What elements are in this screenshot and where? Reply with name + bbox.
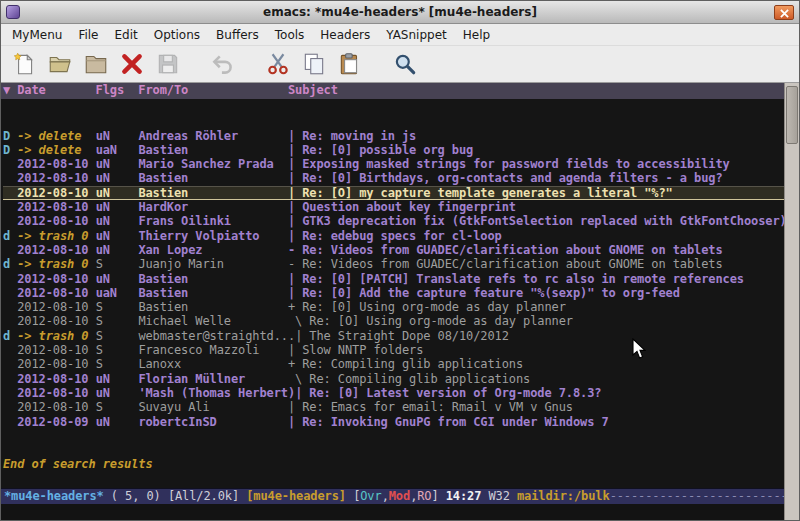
menu-buffers[interactable]: Buffers <box>208 25 267 45</box>
message-flags: S <box>96 400 139 414</box>
message-from: Suvayu Ali <box>138 400 288 414</box>
message-row[interactable]: 2012-08-10 uN Bastien | Re: [O] my captu… <box>3 186 784 200</box>
message-flags: uN <box>96 129 139 143</box>
modeline-segment: Mod <box>389 489 410 503</box>
menu-options[interactable]: Options <box>146 25 208 45</box>
modeline-segment: 14:27 <box>446 489 489 503</box>
undo-icon <box>210 51 236 77</box>
message-date: -> trash 0 <box>17 329 95 343</box>
message-row[interactable]: 2012-08-10 uN 'Mash (Thomas Herbert)| Re… <box>3 386 784 400</box>
message-mark <box>3 171 17 185</box>
menu-yasnippet[interactable]: YASnippet <box>378 25 455 45</box>
message-date: -> trash 0 <box>17 257 95 271</box>
message-subject: - Re: Videos from GUADEC/clarification a… <box>288 257 723 271</box>
message-flags: uN <box>96 272 139 286</box>
message-row[interactable]: d -> trash 0 S Juanjo Marin - Re: Videos… <box>3 257 784 271</box>
message-mark: d <box>3 229 17 243</box>
message-mark <box>3 386 17 400</box>
copy-button[interactable] <box>298 49 330 80</box>
message-subject: | Re: [0] Birthdays, org-contacts and ag… <box>288 171 723 185</box>
headers-buffer: D -> delete uN Andreas Röhler | Re: movi… <box>1 99 784 488</box>
menu-headers[interactable]: Headers <box>312 25 378 45</box>
modeline-segment: ( 5, 0) <box>104 489 168 503</box>
menu-file[interactable]: File <box>70 25 106 45</box>
window-title: emacs: *mu4e-headers* [mu4e-headers] <box>1 5 799 19</box>
cut-button[interactable] <box>262 49 294 80</box>
message-subject: | Re: [0] possible org bug <box>288 143 473 157</box>
message-from: Bastien <box>138 143 288 157</box>
message-flags: S <box>96 300 139 314</box>
message-row[interactable]: 2012-08-10 uN HardKor | Question about k… <box>3 200 784 214</box>
message-row[interactable]: 2012-08-10 uN Florian Müllner \ Re: Comp… <box>3 372 784 386</box>
modeline-segment: RO <box>417 489 431 503</box>
emacs-window: emacs: *mu4e-headers* [mu4e-headers] MyM… <box>0 0 800 521</box>
message-flags: uN <box>96 214 139 228</box>
titlebar[interactable]: emacs: *mu4e-headers* [mu4e-headers] <box>1 1 799 24</box>
message-row[interactable]: 2012-08-10 uN Frans Oilinki | GTK3 depre… <box>3 214 784 228</box>
message-row[interactable]: 2012-08-10 S Lanoxx + Re: Compiling glib… <box>3 357 784 371</box>
menu-help[interactable]: Help <box>455 25 498 45</box>
message-row[interactable]: d -> trash 0 uN Thierry Volpiatto | Re: … <box>3 229 784 243</box>
message-row[interactable]: 2012-08-10 S Michael Welle \ Re: [O] Usi… <box>3 314 784 328</box>
message-row[interactable]: D -> delete uN Andreas Röhler | Re: movi… <box>3 129 784 143</box>
new-file-button[interactable] <box>8 49 40 80</box>
modeline-segment: W32 <box>489 489 518 503</box>
message-row[interactable]: 2012-08-10 uaN Bastien | Re: [0] Add the… <box>3 286 784 300</box>
message-subject: | Question about key fingerprint <box>288 200 516 214</box>
message-date: 2012-08-10 <box>17 157 95 171</box>
message-flags: S <box>96 357 139 371</box>
message-mark <box>3 314 17 328</box>
message-date: 2012-08-09 <box>17 415 95 429</box>
message-row[interactable]: 2012-08-09 uN robertcInSD | Re: Invoking… <box>3 415 784 429</box>
message-subject: | Re: [O] my capture template generates … <box>288 186 673 200</box>
message-from: Florian Müllner <box>138 372 288 386</box>
message-from: Juanjo Marin <box>138 257 288 271</box>
message-row[interactable]: 2012-08-10 uN Xan Lopez - Re: Videos fro… <box>3 243 784 257</box>
message-subject: - Re: Videos from GUADEC/clarification a… <box>288 243 723 257</box>
message-mark <box>3 186 17 200</box>
message-date: 2012-08-10 <box>17 343 95 357</box>
message-from: HardKor <box>138 200 288 214</box>
menu-tools[interactable]: Tools <box>267 25 313 45</box>
message-date: -> delete <box>17 143 95 157</box>
message-mark <box>3 357 17 371</box>
message-row[interactable]: 2012-08-10 uN Mario Sanchez Prada | Expo… <box>3 157 784 171</box>
message-mark: D <box>3 143 17 157</box>
close-button[interactable] <box>774 5 794 20</box>
scrollbar[interactable] <box>784 83 799 520</box>
message-flags: S <box>96 343 139 357</box>
message-row[interactable]: 2012-08-10 uN Bastien | Re: [0] [PATCH] … <box>3 272 784 286</box>
message-date: -> delete <box>17 129 95 143</box>
menu-edit[interactable]: Edit <box>107 25 146 45</box>
menu-bar: MyMenuFileEditOptionsBuffersToolsHeaders… <box>1 24 799 46</box>
modeline-segment: [All/2.0k] <box>168 489 246 503</box>
message-row[interactable]: D -> delete uaN Bastien | Re: [0] possib… <box>3 143 784 157</box>
message-from: Bastien <box>138 272 288 286</box>
message-row[interactable]: 2012-08-10 S Suvayu Ali | Re: Emacs for … <box>3 400 784 414</box>
mode-line: *mu4e-headers* ( 5, 0) [All/2.0k] [mu4e-… <box>1 488 784 504</box>
message-from: robertcInSD <box>138 415 288 429</box>
paste-button[interactable] <box>334 49 366 80</box>
minibuffer[interactable] <box>1 504 784 520</box>
close-buffer-button[interactable] <box>116 49 148 80</box>
message-row[interactable]: 2012-08-10 S Bastien + Re: [0] Using org… <box>3 300 784 314</box>
message-subject: | Re: [0] [PATCH] Translate refs to rc a… <box>288 272 744 286</box>
open-file-button[interactable] <box>44 49 76 80</box>
scrollbar-thumb[interactable] <box>786 86 798 144</box>
message-row[interactable]: 2012-08-10 uN Bastien | Re: [0] Birthday… <box>3 171 784 185</box>
message-from: Francesco Mazzoli <box>138 343 288 357</box>
message-flags: uN <box>96 243 139 257</box>
message-row[interactable]: d -> trash 0 S webmaster@straightd...| T… <box>3 329 784 343</box>
search-icon <box>392 51 418 77</box>
modeline-segment: maildir:/bulk <box>517 489 610 503</box>
message-row[interactable]: 2012-08-10 S Francesco Mazzoli | Slow NN… <box>3 343 784 357</box>
message-date: 2012-08-10 <box>17 386 95 400</box>
cut-icon <box>265 51 291 77</box>
message-flags: uaN <box>96 286 139 300</box>
message-mark <box>3 157 17 171</box>
menu-mymenu[interactable]: MyMenu <box>4 25 70 45</box>
message-from: Andreas Röhler <box>138 129 288 143</box>
search-button[interactable] <box>389 49 421 80</box>
directory-button[interactable] <box>80 49 112 80</box>
message-mark <box>3 214 17 228</box>
